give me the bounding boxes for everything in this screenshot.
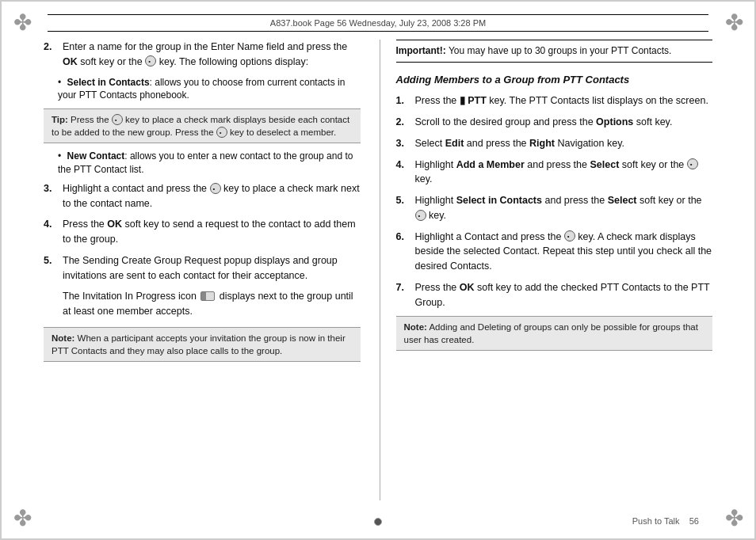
note-left-label: Note:	[52, 333, 74, 343]
r-step-3: 3. Select Edit and press the Right Navig…	[396, 136, 713, 151]
left-column: 2. Enter a name for the group in the Ent…	[44, 40, 361, 500]
step-3: 3. Highlight a contact and press the key…	[44, 181, 361, 211]
center-key-icon-1	[145, 55, 156, 67]
step-2-num: 2.	[44, 40, 58, 70]
bullet2-label: New Contact	[67, 150, 125, 162]
r-step-1-num: 1.	[396, 93, 410, 108]
note-left-text: When a participant accepts your invitati…	[52, 333, 346, 356]
bullet-select-contacts: Select in Contacts: allows you to choose…	[58, 76, 361, 103]
step-5-num: 5.	[44, 253, 58, 283]
important-label: Important!:	[396, 45, 446, 56]
header-bar: A837.book Page 56 Wednesday, July 23, 20…	[48, 14, 708, 32]
r-step-3-text: Select Edit and press the Right Navigati…	[415, 136, 713, 151]
section-heading-text: Adding Members to a Group from PTT Conta…	[396, 74, 630, 86]
important-text: You may have up to 30 groups in your PTT…	[446, 45, 672, 56]
step-2: 2. Enter a name for the group in the Ent…	[44, 40, 361, 70]
center-key-icon-r4	[687, 158, 698, 169]
r-step-7-num: 7.	[396, 280, 410, 310]
step-2-text: Enter a name for the group in the Enter …	[63, 40, 361, 70]
r-step-6-text: Highlight a Contact and press the key. A…	[415, 230, 713, 274]
r-step-6-num: 6.	[396, 230, 410, 274]
r-step-2-num: 2.	[396, 115, 410, 130]
tip-box: Tip: Press the key to place a check mark…	[44, 108, 361, 143]
center-key-icon-r6	[564, 230, 575, 241]
step-4-num: 4.	[44, 217, 58, 247]
note-right-label: Note:	[404, 322, 427, 332]
center-key-icon-tip2	[216, 127, 227, 138]
important-box: Important!: You may have up to 30 groups…	[396, 40, 713, 63]
r-step-1: 1. Press the ▮ PTT key. The PTT Contacts…	[396, 93, 713, 108]
r-step-7: 7. Press the OK soft key to add the chec…	[396, 280, 713, 310]
section-heading: Adding Members to a Group from PTT Conta…	[396, 72, 713, 88]
bottom-nav	[0, 518, 756, 526]
center-key-icon-r5	[415, 210, 426, 221]
r-step-1-text: Press the ▮ PTT key. The PTT Contacts li…	[415, 93, 713, 108]
step-5b-progress: The Invitation In Progress icon displays…	[63, 289, 361, 319]
r-step-5-text: Highlight Select in Contacts and press t…	[415, 193, 713, 223]
step-5-text: The Sending Create Group Request popup d…	[63, 253, 361, 283]
r-step-3-num: 3.	[396, 136, 410, 151]
corner-decor-tl: ✤	[3, 3, 41, 41]
tip-label: Tip:	[52, 115, 68, 124]
r-step-5: 5. Highlight Select in Contacts and pres…	[396, 193, 713, 223]
note-right-text: Adding and Deleting of groups can only b…	[404, 322, 698, 344]
r-step-2: 2. Scroll to the desired group and press…	[396, 115, 713, 130]
r-step-2-text: Scroll to the desired group and press th…	[415, 115, 713, 130]
step-4: 4. Press the OK soft key to send a reque…	[44, 217, 361, 247]
bullet1-label: Select in Contacts	[67, 77, 150, 88]
center-key-icon-3	[210, 183, 221, 194]
r-step-4-num: 4.	[396, 158, 410, 188]
r-step-6: 6. Highlight a Contact and press the key…	[396, 230, 713, 274]
r-step-4: 4. Highlight Add a Member and press the …	[396, 158, 713, 188]
r-step-7-text: Press the OK soft key to add the checked…	[415, 280, 713, 310]
center-key-icon-tip1	[112, 114, 123, 125]
step-4-text: Press the OK soft key to send a request …	[63, 217, 361, 247]
nav-dot-center	[374, 518, 382, 526]
r-step-5-num: 5.	[396, 193, 410, 223]
right-column: Important!: You may have up to 30 groups…	[380, 40, 713, 500]
content-area: 2. Enter a name for the group in the Ent…	[44, 40, 712, 500]
step-3-text: Highlight a contact and press the key to…	[63, 181, 361, 211]
note-box-right: Note: Adding and Deleting of groups can …	[396, 316, 713, 351]
progress-icon	[200, 291, 215, 301]
bullet-new-contact: New Contact: allows you to enter a new c…	[58, 150, 361, 177]
note-box-left: Note: When a participant accepts your in…	[44, 327, 361, 362]
header-text: A837.book Page 56 Wednesday, July 23, 20…	[270, 18, 486, 28]
r-step-4-text: Highlight Add a Member and press the Sel…	[415, 158, 713, 188]
step-5: 5. The Sending Create Group Request popu…	[44, 253, 361, 283]
corner-decor-tr: ✤	[715, 3, 753, 41]
step-3-num: 3.	[44, 181, 58, 211]
